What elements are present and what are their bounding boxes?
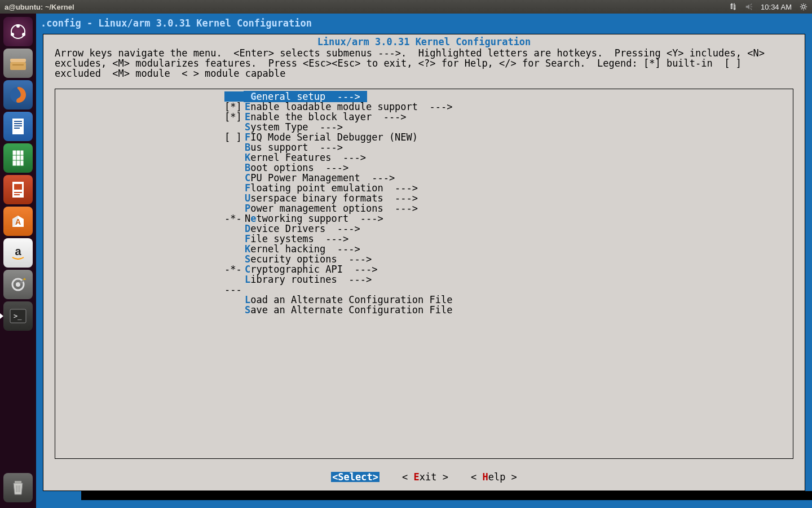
svg-rect-11	[14, 123, 22, 124]
launcher-software[interactable]: A	[3, 207, 33, 236]
svg-rect-10	[14, 121, 22, 122]
svg-rect-23	[14, 194, 20, 195]
menu-item[interactable]: [ ] FIQ Mode Serial Debugger (NEW)	[55, 132, 793, 142]
svg-point-3	[11, 33, 14, 36]
launcher-amazon[interactable]: a	[3, 238, 33, 268]
menu-item[interactable]: System Type --->	[55, 122, 793, 132]
menu-item[interactable]: -*- Cryptographic API --->	[55, 264, 793, 274]
menu-item: ---	[55, 284, 793, 295]
unity-launcher: A a >_	[0, 14, 36, 508]
menu-item[interactable]: File systems --->	[55, 234, 793, 244]
svg-rect-6	[10, 62, 26, 70]
launcher-files[interactable]	[3, 49, 33, 78]
window-title: a@ubuntu: ~/Kernel	[5, 3, 74, 11]
launcher-firefox[interactable]	[3, 80, 33, 110]
svg-rect-22	[14, 192, 22, 193]
menu-item[interactable]: Security options --->	[55, 254, 793, 264]
svg-rect-13	[14, 128, 20, 129]
select-button[interactable]: <Select>	[331, 472, 379, 482]
gear-icon[interactable]	[800, 3, 807, 11]
menu-item[interactable]: -*- Networking support --->	[55, 213, 793, 224]
svg-point-0	[802, 5, 805, 8]
svg-text:>_: >_	[14, 312, 22, 320]
launcher-writer[interactable]	[3, 112, 33, 141]
menu-item[interactable]: Load an Alternate Configuration File	[55, 295, 793, 305]
menu-item[interactable]: CPU Power Management --->	[55, 173, 793, 183]
panel-help: Arrow keys navigate the menu. <Enter> se…	[43, 47, 805, 83]
exit-button[interactable]: < Exit >	[402, 472, 448, 482]
launcher-impress[interactable]	[3, 175, 33, 204]
svg-point-4	[22, 33, 25, 36]
launcher-terminal[interactable]: >_	[3, 301, 33, 331]
menu-item[interactable]: [*] Enable loadable module support --->	[55, 102, 793, 112]
menu-item[interactable]: Kernel Features --->	[55, 152, 793, 163]
network-icon[interactable]	[729, 3, 737, 11]
volume-icon[interactable]	[745, 3, 753, 11]
menuconfig-panel: Linux/arm 3.0.31 Kernel Configuration Ar…	[43, 34, 805, 491]
system-indicators: 10:34 AM	[729, 3, 807, 11]
svg-text:A: A	[15, 217, 21, 226]
menu-item[interactable]: Floating point emulation --->	[55, 183, 793, 193]
terminal-title: .config - Linux/arm 3.0.31 Kernel Config…	[36, 14, 812, 30]
svg-point-2	[16, 24, 20, 28]
svg-rect-21	[14, 184, 22, 190]
system-topbar: a@ubuntu: ~/Kernel 10:34 AM	[0, 0, 812, 14]
menu-item[interactable]: Power management options --->	[55, 203, 793, 213]
menu-item[interactable]: Library routines --->	[55, 274, 793, 284]
svg-rect-14	[12, 150, 24, 166]
menu-box[interactable]: General setup ---> [*] Enable loadable m…	[55, 89, 793, 459]
menu-item[interactable]: Bus support --->	[55, 142, 793, 152]
launcher-calc[interactable]	[3, 143, 33, 173]
menu-item[interactable]: Device Drivers --->	[55, 224, 793, 234]
launcher-settings[interactable]	[3, 270, 33, 299]
svg-text:a: a	[15, 245, 21, 257]
menu-item[interactable]: Save an Alternate Configuration File	[55, 305, 793, 315]
launcher-dash[interactable]	[3, 17, 33, 46]
menu-item[interactable]: Userspace binary formats --->	[55, 193, 793, 203]
panel-header: Linux/arm 3.0.31 Kernel Configuration	[43, 34, 805, 47]
menu-item[interactable]: Kernel hacking --->	[55, 244, 793, 254]
menu-item[interactable]: [*] Enable the block layer --->	[55, 112, 793, 122]
menu-item[interactable]: Boot options --->	[55, 163, 793, 173]
menu-item[interactable]: General setup --->	[55, 91, 793, 102]
svg-rect-31	[15, 481, 21, 483]
shadow	[81, 491, 812, 500]
clock[interactable]: 10:34 AM	[761, 3, 792, 11]
terminal-window: .config - Linux/arm 3.0.31 Kernel Config…	[36, 14, 812, 508]
svg-rect-12	[14, 125, 22, 126]
help-button[interactable]: < Help >	[471, 472, 517, 482]
svg-rect-5	[10, 59, 26, 62]
svg-rect-7	[12, 64, 24, 65]
button-bar: <Select> < Exit > < Help >	[43, 463, 805, 491]
launcher-trash[interactable]	[3, 473, 33, 502]
